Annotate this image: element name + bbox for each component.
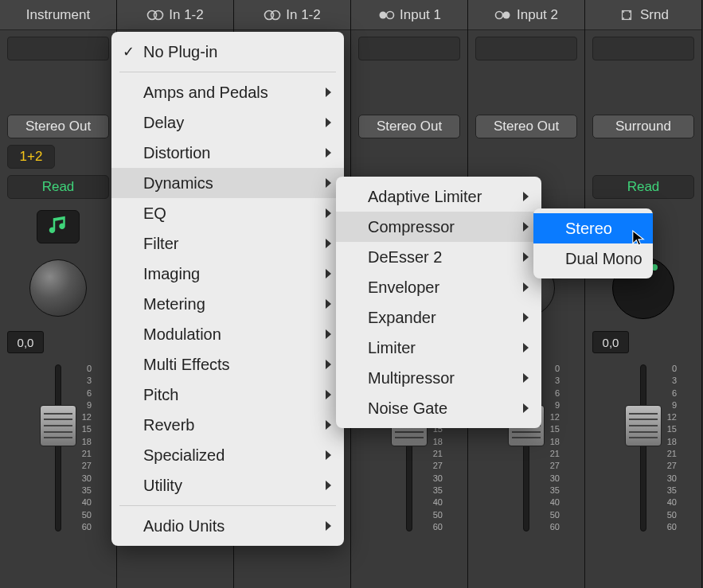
- menu-item-category[interactable]: Pitch: [111, 380, 344, 410]
- meter-scale: 036912151821273035405060: [667, 364, 677, 532]
- menu-item-plugin[interactable]: Multipressor: [336, 363, 541, 393]
- input-label: Input 1: [400, 7, 441, 23]
- insert-slot[interactable]: [475, 37, 577, 60]
- surround-icon: [618, 10, 635, 21]
- fader-track[interactable]: [55, 364, 61, 532]
- pan-knob[interactable]: [29, 259, 87, 317]
- menu-item-category[interactable]: EQ: [111, 198, 344, 228]
- menu-item-plugin[interactable]: Expander: [336, 302, 541, 333]
- output-button[interactable]: Stereo Out: [475, 115, 577, 138]
- insert-slot[interactable]: [358, 37, 460, 60]
- input-selector[interactable]: Input 2: [468, 0, 584, 30]
- menu-item-format[interactable]: Dual Mono: [533, 243, 653, 274]
- input-selector[interactable]: In 1-2: [117, 0, 233, 30]
- input-selector[interactable]: Srnd: [585, 0, 701, 30]
- input-label: Input 2: [517, 7, 558, 23]
- input-label: In 1-2: [286, 7, 320, 23]
- mono-l-icon: [377, 10, 395, 21]
- svg-point-11: [623, 17, 624, 18]
- svg-point-5: [387, 11, 394, 18]
- svg-point-9: [623, 11, 624, 13]
- output-button[interactable]: Stereo Out: [358, 115, 460, 138]
- input-label: Srnd: [640, 7, 669, 23]
- insert-slot[interactable]: [592, 37, 694, 60]
- svg-point-7: [503, 11, 510, 18]
- menu-item-plugin[interactable]: Enveloper: [336, 272, 541, 302]
- menu-separator: [119, 505, 336, 506]
- input-label: In 1-2: [169, 7, 203, 23]
- menu-item-category[interactable]: Dynamics: [111, 168, 344, 198]
- svg-point-1: [154, 10, 163, 19]
- menu-separator: [119, 72, 336, 72]
- music-note-icon: [46, 213, 70, 241]
- automation-mode-button[interactable]: Read: [592, 175, 694, 199]
- menu-item-plugin[interactable]: Noise Gate: [336, 393, 541, 423]
- meter-scale: 036912151821273035405060: [550, 364, 560, 532]
- menu-item-category[interactable]: Delay: [111, 107, 344, 138]
- fader-cap[interactable]: [40, 405, 76, 446]
- menu-item-category[interactable]: Modulation: [111, 319, 344, 349]
- menu-item-audio-units[interactable]: Audio Units: [111, 511, 344, 541]
- menu-item-plugin[interactable]: Limiter: [336, 333, 541, 363]
- insert-slot[interactable]: [7, 37, 109, 60]
- plugin-category-menu: No Plug-inAmps and PedalsDelayDistortion…: [111, 32, 344, 546]
- input-selector[interactable]: In 1-2: [234, 0, 350, 30]
- stereo-icon: [264, 10, 281, 21]
- svg-point-3: [271, 10, 280, 19]
- menu-item-category[interactable]: Amps and Pedals: [111, 77, 344, 107]
- menu-item-plugin[interactable]: Compressor: [336, 212, 541, 242]
- menu-item-plugin[interactable]: Adaptive Limiter: [336, 181, 541, 212]
- channel-strip: SrndSurroundRead0,0036912151821273035405…: [585, 0, 702, 588]
- svg-point-6: [496, 11, 503, 18]
- svg-point-12: [629, 17, 631, 18]
- pan-value[interactable]: 0,0: [7, 331, 44, 353]
- pan-value[interactable]: 0,0: [592, 331, 629, 353]
- automation-mode-button[interactable]: Read: [7, 175, 109, 199]
- input-label: Instrument: [26, 7, 90, 23]
- mono-r-icon: [494, 10, 512, 21]
- menu-item-category[interactable]: Utility: [111, 470, 344, 500]
- meter-scale: 036912151821273035405060: [82, 364, 92, 532]
- menu-item-category[interactable]: Specialized: [111, 440, 344, 470]
- menu-item-format[interactable]: Stereo: [533, 213, 653, 243]
- menu-item-category[interactable]: Filter: [111, 228, 344, 259]
- plugin-submenu: Adaptive LimiterCompressorDeEsser 2Envel…: [336, 177, 541, 428]
- stereo-icon: [146, 10, 164, 21]
- menu-item-category[interactable]: Multi Effects: [111, 349, 344, 380]
- group-button[interactable]: 1+2: [7, 145, 55, 169]
- fader-track[interactable]: [640, 364, 646, 532]
- svg-point-4: [380, 11, 387, 18]
- menu-item-no-plugin[interactable]: No Plug-in: [111, 37, 344, 67]
- menu-item-plugin[interactable]: DeEsser 2: [336, 242, 541, 272]
- input-selector[interactable]: Input 1: [351, 0, 467, 30]
- plugin-format-menu: StereoDual Mono: [533, 208, 653, 278]
- output-button[interactable]: Surround: [592, 115, 694, 138]
- menu-item-category[interactable]: Imaging: [111, 259, 344, 289]
- channel-strip: InstrumentStereo Out1+2Read0,00369121518…: [0, 0, 117, 588]
- menu-item-category[interactable]: Metering: [111, 289, 344, 319]
- input-selector[interactable]: Instrument: [0, 0, 116, 30]
- menu-item-category[interactable]: Distortion: [111, 138, 344, 168]
- instrument-editor-button[interactable]: [37, 210, 80, 243]
- menu-item-category[interactable]: Reverb: [111, 410, 344, 440]
- fader-cap[interactable]: [625, 405, 662, 446]
- output-button[interactable]: Stereo Out: [7, 115, 109, 138]
- svg-point-10: [629, 11, 631, 13]
